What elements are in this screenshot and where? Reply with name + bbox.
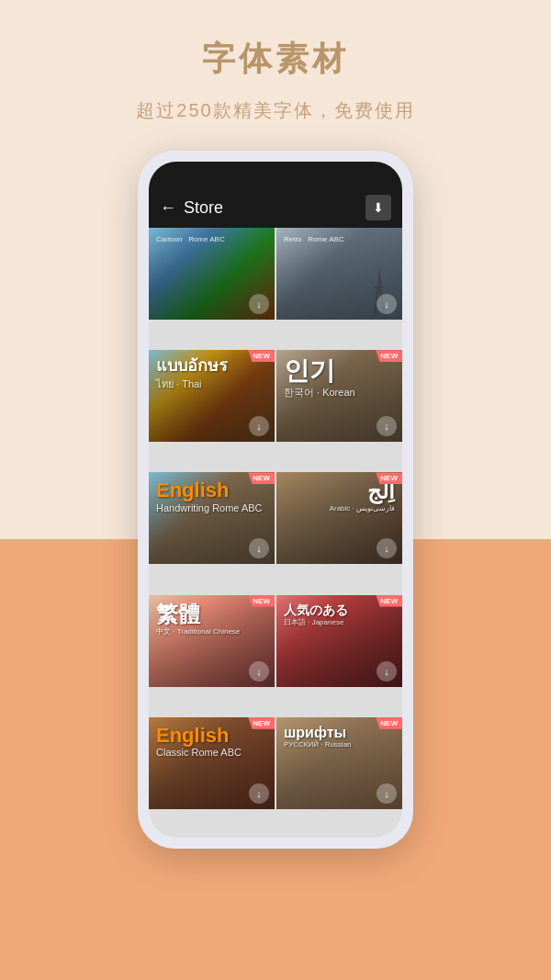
download-btn-traditional[interactable]: ↓ bbox=[249, 661, 269, 681]
font-card-traditional[interactable]: 繁體 中文 · Traditional Chinese NEW ↓ bbox=[149, 595, 275, 687]
font-card-japanese[interactable]: 人気のある 日本語 · Japanese NEW ↓ bbox=[276, 595, 402, 687]
new-badge-japanese: NEW bbox=[376, 595, 402, 607]
japanese-sub-text: 日本語 · Japanese bbox=[284, 617, 395, 627]
header-download-icon[interactable]: ⬇ bbox=[365, 195, 391, 220]
font-card-english-hw[interactable]: English Handwriting Rome ABC NEW ↓ bbox=[149, 472, 275, 564]
arabic-sub-text: Arabic · فارسی‌نویس bbox=[284, 504, 395, 513]
font-grid: Cartoon Rome ABC ↓ bbox=[149, 228, 402, 838]
russian-main-text: шрифты bbox=[284, 725, 395, 741]
store-header: ← Store ⬇ bbox=[149, 187, 402, 228]
phone-device: ← Store ⬇ Cartoon Rome ABC ↓ bbox=[138, 151, 413, 849]
font-card-english-classic[interactable]: English Classic Rome ABC NEW ↓ bbox=[149, 717, 275, 809]
store-title-text: Store bbox=[184, 198, 365, 218]
new-badge-russian: NEW bbox=[376, 717, 402, 729]
new-badge-english-classic: NEW bbox=[248, 717, 275, 729]
download-btn-english-classic[interactable]: ↓ bbox=[249, 783, 269, 804]
back-button[interactable]: ← bbox=[160, 198, 176, 218]
card-tag-cartoon: Cartoon Rome ABC bbox=[156, 235, 267, 243]
korean-main-text: 인기 bbox=[284, 357, 395, 386]
new-badge-traditional: NEW bbox=[248, 595, 275, 607]
phone-wrapper: ← Store ⬇ Cartoon Rome ABC ↓ bbox=[0, 151, 551, 849]
download-btn-russian[interactable]: ↓ bbox=[377, 783, 397, 804]
russian-sub-text: РУССКИЙ · Russian bbox=[284, 740, 395, 749]
new-badge-arabic: NEW bbox=[376, 472, 402, 484]
subtitle: 超过250款精美字体，免费使用 bbox=[0, 98, 551, 123]
font-card-retro[interactable]: Retro Rome ABC ↓ bbox=[276, 228, 402, 320]
card-tag-retro: Retro Rome ABC bbox=[284, 235, 395, 243]
font-card-korean[interactable]: 인기 한국어 · Korean NEW ↓ bbox=[276, 350, 402, 442]
main-title: 字体素材 bbox=[0, 37, 551, 82]
download-btn-retro[interactable]: ↓ bbox=[377, 294, 397, 314]
thai-sub-text: ไทย · Thai bbox=[156, 376, 267, 392]
new-badge-korean: NEW bbox=[376, 350, 402, 362]
new-badge-thai: NEW bbox=[248, 350, 275, 362]
download-btn-japanese[interactable]: ↓ bbox=[377, 661, 397, 681]
english-classic-main-text: English bbox=[156, 725, 267, 747]
top-section: 字体素材 超过250款精美字体，免费使用 bbox=[0, 0, 551, 123]
font-card-arabic[interactable]: اِلْج Arabic · فارسی‌نویس NEW ↓ bbox=[276, 472, 402, 564]
font-card-russian[interactable]: шрифты РУССКИЙ · Russian NEW ↓ bbox=[276, 717, 402, 809]
english-hw-sub-text: Handwriting Rome ABC bbox=[156, 502, 267, 513]
english-hw-main-text: English bbox=[156, 479, 267, 501]
download-btn-cartoon[interactable]: ↓ bbox=[249, 294, 269, 314]
thai-main-text: แบบอักษร bbox=[156, 357, 267, 376]
japanese-main-text: 人気のある bbox=[284, 603, 395, 618]
english-classic-sub-text: Classic Rome ABC bbox=[156, 747, 267, 758]
status-bar bbox=[149, 162, 402, 187]
font-card-cartoon[interactable]: Cartoon Rome ABC ↓ bbox=[149, 228, 275, 320]
phone-screen: ← Store ⬇ Cartoon Rome ABC ↓ bbox=[149, 162, 402, 838]
traditional-sub-text: 中文 · Traditional Chinese bbox=[156, 626, 267, 636]
traditional-main-text: 繁體 bbox=[156, 603, 267, 626]
new-badge-english-hw: NEW bbox=[248, 472, 275, 484]
font-card-thai[interactable]: แบบอักษร ไทย · Thai NEW ↓ bbox=[149, 350, 275, 442]
korean-sub-text: 한국어 · Korean bbox=[284, 386, 395, 400]
